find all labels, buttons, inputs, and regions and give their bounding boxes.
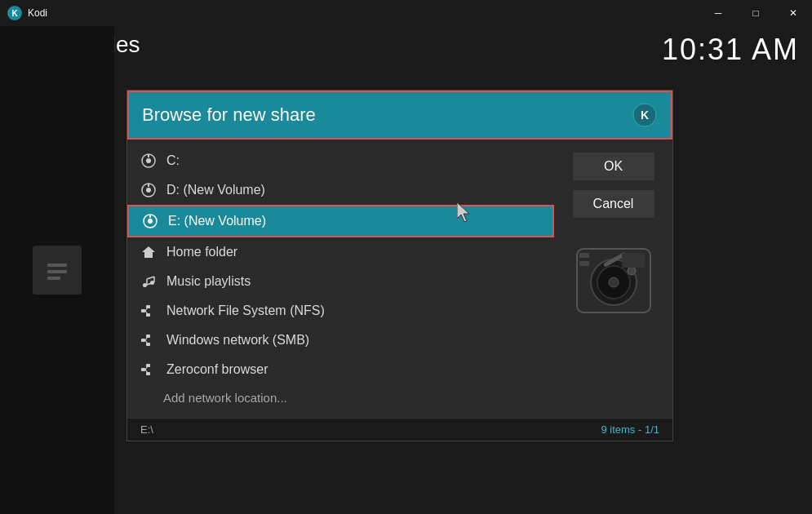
network-icon (140, 361, 157, 378)
list-item[interactable]: D: (New Volume) (127, 175, 554, 205)
list-item[interactable]: Home folder (127, 237, 554, 267)
ok-button[interactable]: OK (573, 153, 654, 180)
clock: 10:31 AM (662, 33, 799, 67)
sidebar-icon (33, 246, 82, 295)
svg-rect-32 (141, 368, 145, 371)
music-icon (140, 273, 157, 290)
browse-dialog: Browse for new share K C: D: (New Volume… (126, 90, 673, 441)
svg-line-21 (147, 277, 154, 279)
svg-rect-4 (47, 277, 60, 280)
list-item-label: Windows network (SMB) (166, 333, 309, 348)
dialog-body: C: D: (New Volume) E: (New Volume) (127, 140, 672, 418)
list-item-label: Home folder (166, 245, 237, 259)
svg-point-14 (148, 219, 153, 224)
close-button[interactable]: ✕ (774, 0, 812, 26)
svg-rect-27 (141, 339, 145, 342)
list-item[interactable]: Windows network (SMB) (127, 326, 554, 355)
sidebar-background (0, 26, 114, 514)
list-item-label: Network File System (NFS) (166, 304, 325, 318)
item-count: 9 items - 1/1 (601, 423, 659, 436)
svg-point-42 (628, 267, 636, 275)
list-item-selected[interactable]: E: (New Volume) (127, 205, 554, 237)
svg-rect-45 (622, 253, 645, 268)
svg-rect-9 (148, 154, 149, 157)
list-item[interactable]: C: (127, 146, 554, 175)
list-item-label: E: (New Volume) (168, 214, 266, 228)
svg-point-11 (146, 188, 151, 193)
drive-icon (142, 213, 158, 229)
svg-rect-22 (141, 309, 145, 312)
list-item-label: D: (New Volume) (166, 183, 265, 197)
cancel-button[interactable]: Cancel (573, 190, 654, 218)
dialog-kodi-icon: K (632, 102, 658, 128)
sidebar-decorative-icon (41, 254, 73, 286)
list-item-label: Zeroconf browser (166, 362, 268, 377)
home-icon (140, 244, 157, 260)
dialog-header: Browse for new share K (127, 91, 672, 140)
maximize-button[interactable]: □ (737, 0, 774, 26)
add-network-location[interactable]: Add network location... (127, 384, 554, 411)
svg-point-40 (609, 277, 619, 287)
minimize-button[interactable]: ─ (699, 0, 737, 26)
drive-icon (140, 153, 157, 169)
main-header: Music / Files Sort by: Name · 1 / 1 10:3… (0, 26, 812, 75)
list-item[interactable]: Music playlists (127, 267, 554, 296)
hdd-image (573, 244, 654, 317)
svg-rect-44 (579, 261, 589, 266)
current-path: E:\ (140, 423, 153, 436)
hard-drive-icon (573, 245, 654, 317)
dialog-footer: E:\ 9 items - 1/1 (127, 418, 672, 441)
svg-text:K: K (641, 109, 649, 122)
app-logo: K Kodi (7, 5, 47, 21)
file-list: C: D: (New Volume) E: (New Volume) (127, 140, 554, 418)
svg-rect-2 (47, 264, 67, 267)
svg-point-8 (146, 158, 151, 163)
network-icon (140, 332, 157, 348)
dialog-right-panel: OK Cancel (554, 140, 672, 418)
list-item[interactable]: Zeroconf browser (127, 355, 554, 384)
list-item-label: Add network location... (163, 391, 287, 405)
svg-rect-43 (579, 253, 589, 258)
svg-rect-12 (148, 184, 149, 187)
title-bar: K Kodi ─ □ ✕ (0, 0, 812, 26)
svg-rect-3 (47, 270, 67, 273)
svg-text:K: K (11, 9, 18, 18)
list-item[interactable]: Network File System (NFS) (127, 296, 554, 326)
dialog-title: Browse for new share (142, 104, 316, 126)
drive-icon (140, 182, 157, 198)
app-name: Kodi (28, 7, 47, 19)
svg-rect-15 (149, 215, 151, 218)
window-controls: ─ □ ✕ (699, 0, 812, 26)
list-item-label: Music playlists (166, 274, 251, 289)
network-icon (140, 303, 157, 319)
list-item-label: C: (166, 153, 180, 168)
kodi-logo-icon: K (7, 5, 23, 21)
